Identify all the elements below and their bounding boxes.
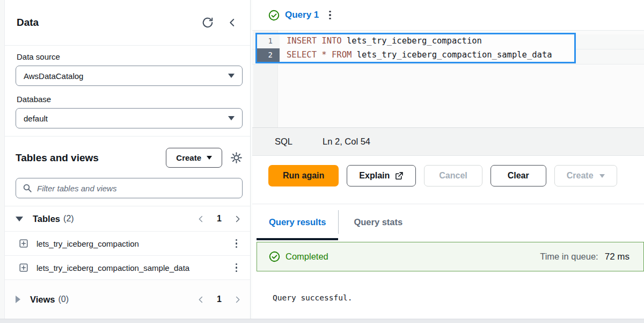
status-label: Completed [286, 252, 328, 262]
kebab-menu-icon[interactable] [232, 261, 241, 275]
data-source-value: AwsDataCatalog [24, 71, 83, 81]
cancel-button[interactable]: Cancel [424, 165, 482, 186]
run-again-button[interactable]: Run again [268, 165, 339, 186]
views-section-label: Views [30, 295, 55, 305]
query-editor-panel: Query 1 1 INSERT INTO lets_try_iceberg_c… [252, 0, 644, 319]
tables-page-number: 1 [217, 214, 222, 224]
panel-title: Data [17, 17, 39, 28]
check-circle-icon [269, 251, 280, 262]
data-source-label: Data source [17, 52, 243, 61]
sql-identifier: lets_try_iceberg_compaction_sample_data [352, 50, 552, 60]
caret-down-icon [228, 74, 235, 78]
code-text: INSERT INTO lets_try_iceberg_compaction [280, 34, 482, 48]
query-result-message: Query successful. [273, 293, 644, 302]
tables-section-label: Tables [33, 214, 60, 224]
views-section-header[interactable]: Views (0) 1 [5, 279, 250, 319]
sql-editor[interactable]: 1 INSERT INTO lets_try_iceberg_compactio… [252, 31, 644, 127]
chevron-down-icon[interactable] [16, 217, 23, 221]
check-circle-icon [268, 10, 280, 21]
data-panel-header: Data [5, 0, 250, 46]
gear-icon[interactable] [230, 152, 243, 164]
table-name: lets_try_iceberg_compaction [36, 239, 139, 248]
results-tabs: Query results Query stats [252, 204, 644, 240]
refresh-icon[interactable] [202, 17, 214, 28]
kebab-menu-icon[interactable] [232, 237, 241, 250]
query-status-banner: Completed Time in queue: 72 ms [257, 242, 644, 271]
search-icon [23, 183, 32, 193]
tables-views-header: Tables and views Create [16, 148, 243, 168]
sql-identifier: lets_try_iceberg_compaction [342, 36, 482, 46]
sql-keyword: SELECT * FROM [287, 50, 352, 60]
editor-status-bar: SQL Ln 2, Col 54 [252, 127, 644, 156]
views-pagination: 1 [197, 295, 241, 304]
code-line: 1 INSERT INTO lets_try_iceberg_compactio… [257, 34, 574, 48]
chevron-right-icon[interactable] [16, 296, 20, 303]
plus-square-icon[interactable] [19, 239, 28, 248]
database-value: default [24, 114, 48, 123]
query-tab-menu-icon[interactable] [326, 9, 334, 22]
page-prev-icon[interactable] [197, 215, 205, 223]
query-tab[interactable]: Query 1 [285, 10, 319, 20]
create-button-label: Create [176, 153, 201, 162]
plus-square-icon[interactable] [19, 263, 28, 272]
table-row[interactable]: lets_try_iceberg_compaction_sample_data [5, 255, 250, 279]
explain-button[interactable]: Explain [347, 165, 416, 186]
caret-down-icon [228, 116, 235, 120]
table-row[interactable]: lets_try_iceberg_compaction [5, 231, 250, 255]
tab-query-stats[interactable]: Query stats [339, 204, 418, 240]
editor-selection-box: 1 INSERT INTO lets_try_iceberg_compactio… [255, 33, 576, 63]
tables-count: (2) [63, 214, 74, 224]
page-prev-icon[interactable] [197, 296, 205, 304]
divider [5, 136, 250, 137]
tables-section-header[interactable]: Tables (2) 1 [5, 206, 250, 231]
tab-query-results[interactable]: Query results [257, 204, 338, 240]
code-text: SELECT * FROM lets_try_iceberg_compactio… [280, 48, 552, 62]
tables-views-heading: Tables and views [16, 152, 99, 164]
page-next-icon[interactable] [233, 215, 241, 223]
create-dropdown-button[interactable]: Create [554, 165, 617, 186]
filter-tables-input[interactable] [37, 184, 236, 193]
queue-time: Time in queue: 72 ms [540, 252, 630, 262]
data-panel-body: Data source AwsDataCatalog Database defa… [5, 46, 250, 319]
views-count: (0) [58, 295, 69, 304]
line-number: 1 [257, 34, 280, 48]
sql-keyword: INSERT INTO [287, 36, 342, 46]
database-label: Database [17, 95, 243, 104]
create-button[interactable]: Create [166, 148, 222, 168]
query-tab-bar: Query 1 [252, 0, 644, 31]
caret-down-icon [207, 156, 212, 160]
caret-down-icon [599, 174, 605, 178]
create-dropdown-label: Create [567, 171, 594, 181]
data-panel: Data Data source AwsDataCatalog Database… [4, 0, 251, 319]
line-number-active: 2 [257, 48, 280, 62]
explain-button-label: Explain [359, 171, 390, 181]
clear-button[interactable]: Clear [491, 165, 546, 186]
editor-language: SQL [275, 137, 292, 147]
cursor-position: Ln 2, Col 54 [323, 137, 370, 147]
views-page-number: 1 [217, 295, 222, 304]
tables-pagination: 1 [197, 214, 241, 224]
panel-header-icons [202, 17, 237, 28]
data-source-select[interactable]: AwsDataCatalog [16, 66, 243, 86]
left-rail [0, 0, 4, 319]
query-actions: Run again Explain Cancel Clear Create [252, 156, 644, 204]
queue-time-value: 72 ms [605, 252, 630, 262]
bottom-strip [0, 319, 644, 323]
collapse-panel-icon[interactable] [228, 18, 237, 27]
external-link-icon [394, 171, 404, 181]
page-next-icon[interactable] [233, 296, 241, 304]
table-name: lets_try_iceberg_compaction_sample_data [36, 263, 189, 272]
queue-time-label: Time in queue: [540, 252, 598, 262]
code-line: 2 SELECT * FROM lets_try_iceberg_compact… [257, 48, 574, 62]
filter-tables-input-wrap [16, 178, 243, 198]
database-select[interactable]: default [16, 108, 243, 128]
